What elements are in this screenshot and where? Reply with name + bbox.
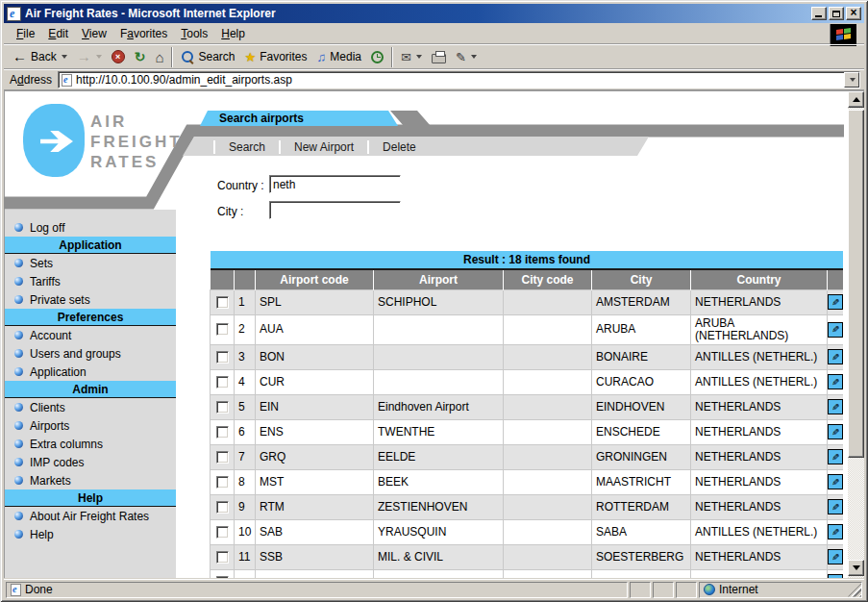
edit-row-button[interactable]: ✎	[828, 524, 843, 539]
country-cell: ANTILLES (NETHERL.)	[691, 344, 828, 369]
sidebar-item-about-air-freight-rates[interactable]: About Air Freight Rates	[5, 507, 176, 525]
action-delete[interactable]: Delete	[369, 140, 430, 154]
sidebar-item-label: Account	[30, 329, 71, 342]
action-search[interactable]: Search	[215, 140, 279, 154]
bullet-icon	[14, 295, 23, 304]
sidebar-item-account[interactable]: Account	[5, 326, 176, 344]
edit-row-button[interactable]: ✎	[828, 294, 843, 310]
edit-row-button[interactable]: ✎	[828, 549, 843, 564]
home-button[interactable]: ⌂	[150, 46, 168, 68]
forward-button[interactable]: →	[72, 46, 107, 68]
sidebar-item-users-and-groups[interactable]: Users and groups	[5, 344, 176, 363]
edit-row-button[interactable]: ✎	[828, 399, 843, 414]
sidebar-item-log-off[interactable]: Log off	[5, 218, 176, 237]
action-new-airport[interactable]: New Airport	[281, 140, 367, 154]
address-dropdown-button[interactable]	[844, 72, 859, 88]
title-bar: e Air Freight Rates - Microsoft Internet…	[4, 4, 864, 23]
minimize-button[interactable]	[811, 7, 827, 20]
row-checkbox[interactable]	[216, 401, 229, 414]
sidebar-item-extra-columns[interactable]: Extra columns	[5, 435, 176, 453]
city-input[interactable]	[269, 201, 401, 219]
search-button[interactable]: Search	[176, 46, 239, 68]
address-input[interactable]: e http://10.0.100.90/admin_edit_airports…	[58, 71, 860, 88]
zone-text: Internet	[719, 583, 758, 596]
table-row: 10SABYRAUSQUINSABAANTILLES (NETHERL.)✎	[211, 519, 844, 544]
edit-row-button[interactable]: ✎	[828, 474, 843, 489]
back-button[interactable]: ← Back	[8, 46, 72, 68]
menu-edit[interactable]: Edit	[41, 25, 75, 42]
menu-tools[interactable]: Tools	[174, 25, 214, 42]
edit-row-button[interactable]: ✎	[828, 574, 843, 578]
row-checkbox[interactable]	[216, 476, 229, 489]
row-checkbox[interactable]	[216, 526, 229, 539]
row-checkbox[interactable]	[216, 551, 229, 564]
maximize-button[interactable]	[829, 7, 844, 20]
menu-view[interactable]: View	[75, 25, 113, 42]
country-cell: NETHERLANDS	[691, 469, 828, 494]
sidebar-item-imp-codes[interactable]: IMP codes	[5, 453, 176, 471]
airport-code-cell: SAB	[256, 519, 374, 544]
close-button[interactable]: ×	[846, 7, 861, 20]
toolbar-separator	[171, 47, 173, 67]
edit-row-button[interactable]: ✎	[828, 449, 843, 464]
city-code-cell	[504, 369, 592, 394]
address-label: Address	[10, 73, 52, 87]
row-checkbox[interactable]	[216, 351, 229, 364]
edit-button[interactable]: ✎	[451, 46, 482, 68]
airport-code-cell: MST	[256, 469, 374, 494]
scrollbar-thumb[interactable]	[848, 110, 864, 458]
edit-row-button[interactable]: ✎	[828, 374, 843, 389]
sidebar-section-help: Help	[5, 489, 176, 507]
edit-cell: ✎	[828, 394, 844, 419]
status-bar: e Done Internet	[4, 579, 864, 599]
sidebar-item-tariffs[interactable]: Tariffs	[5, 272, 176, 290]
search-label: Search	[198, 50, 235, 63]
row-checkbox[interactable]	[216, 576, 229, 579]
mail-button[interactable]: ✉	[396, 46, 427, 68]
sidebar-item-airports[interactable]: Airports	[5, 416, 176, 435]
ie-icon: e	[7, 7, 21, 21]
row-checkbox[interactable]	[216, 376, 229, 389]
logo-text: AIRFREIGHTRATES	[90, 112, 183, 172]
row-checkbox[interactable]	[216, 501, 229, 514]
menu-favorites[interactable]: Favorites	[113, 25, 174, 42]
sidebar-item-sets[interactable]: Sets	[5, 254, 176, 272]
sidebar-item-help[interactable]: Help	[5, 525, 176, 543]
pencil-icon: ✎	[831, 501, 839, 514]
row-checkbox[interactable]	[216, 451, 229, 464]
pencil-icon: ✎	[831, 426, 839, 439]
scroll-down-button[interactable]	[848, 560, 864, 576]
edit-row-button[interactable]: ✎	[828, 424, 843, 439]
city-cell: BONAIRE	[592, 344, 691, 369]
media-button[interactable]: ♫ Media	[312, 46, 366, 68]
bullet-icon	[14, 223, 23, 232]
refresh-button[interactable]: ↻	[130, 46, 151, 68]
favorites-button[interactable]: ★ Favorites	[240, 46, 312, 68]
stop-button[interactable]: ×	[107, 46, 130, 68]
maximize-icon	[832, 11, 840, 17]
sidebar-item-application[interactable]: Application	[5, 363, 176, 381]
country-cell: NETHERLANDS	[691, 419, 828, 444]
row-checkbox[interactable]	[216, 426, 229, 439]
resize-grip[interactable]	[848, 584, 861, 597]
status-page-icon: e	[11, 584, 21, 596]
vertical-scrollbar[interactable]	[848, 91, 864, 578]
row-checkbox[interactable]	[216, 296, 229, 309]
history-button[interactable]	[366, 46, 388, 68]
scroll-up-button[interactable]	[848, 91, 864, 108]
results-table: Result : 18 items found Airport codeAirp…	[210, 251, 843, 578]
edit-row-button[interactable]: ✎	[828, 499, 843, 514]
airport-code-cell: BON	[256, 344, 374, 369]
menu-file[interactable]: File	[10, 25, 41, 42]
city-cell: CURACAO	[592, 369, 691, 394]
edit-row-button[interactable]: ✎	[828, 349, 843, 364]
row-checkbox[interactable]	[216, 323, 229, 336]
city-cell: ENSCHEDE	[592, 419, 691, 444]
sidebar-item-private-sets[interactable]: Private sets	[5, 290, 176, 309]
edit-row-button[interactable]: ✎	[828, 322, 843, 338]
sidebar-item-markets[interactable]: Markets	[5, 471, 176, 489]
print-button[interactable]	[427, 46, 451, 68]
menu-help[interactable]: Help	[214, 25, 252, 42]
country-input[interactable]: neth	[269, 175, 401, 193]
sidebar-item-clients[interactable]: Clients	[5, 398, 176, 416]
